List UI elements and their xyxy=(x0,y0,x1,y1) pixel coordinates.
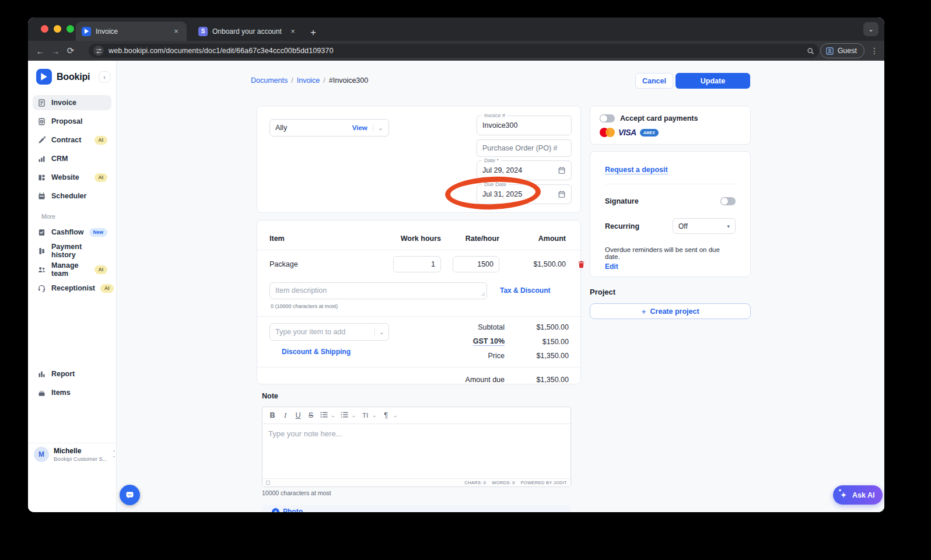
amex-icon: AMEX xyxy=(640,129,659,136)
client-selector[interactable]: Ally View ⌄ xyxy=(270,119,389,136)
po-number-input[interactable] xyxy=(482,144,566,152)
minimize-window-button[interactable] xyxy=(54,25,61,33)
resize-handle-icon[interactable] xyxy=(481,288,485,299)
chevron-down-icon[interactable]: ⌄ xyxy=(373,124,383,132)
strikethrough-icon[interactable]: S xyxy=(304,411,317,419)
calendar-icon[interactable] xyxy=(558,190,566,198)
address-bar[interactable]: web.bookipi.com/documents/doc1/edit/66a6… xyxy=(89,44,819,58)
discount-shipping-link[interactable]: Discount & Shipping xyxy=(282,348,389,356)
user-menu[interactable]: M Michelle Bookipi Customer S... ⌃⌄ xyxy=(34,447,113,462)
bold-icon[interactable]: B xyxy=(266,411,279,419)
ordered-list-icon[interactable] xyxy=(338,411,351,420)
underline-icon[interactable]: U xyxy=(292,411,304,419)
breadcrumb: Documents / Invoice / #Invoice300 xyxy=(251,76,368,85)
breadcrumb-documents-link[interactable]: Documents xyxy=(251,76,288,85)
sidebar-item-manage-team[interactable]: Manage team AI xyxy=(33,262,111,277)
sidebar-item-payment-history[interactable]: Payment history xyxy=(33,243,111,258)
close-tab-icon[interactable]: × xyxy=(288,27,298,36)
user-menu-chevrons-icon[interactable]: ⌃⌄ xyxy=(112,451,116,459)
recurring-value: Off xyxy=(678,222,688,230)
tab-search-chevron-button[interactable]: ⌄ xyxy=(863,22,878,36)
col-work-hours: Work hours xyxy=(393,235,441,243)
reload-button[interactable]: ⟳ xyxy=(63,46,78,56)
invoice-number-field[interactable]: Invoice # xyxy=(477,116,572,135)
client-view-link[interactable]: View xyxy=(352,124,373,131)
sidebar-item-report[interactable]: Report xyxy=(33,366,111,382)
back-button[interactable]: ← xyxy=(33,46,48,56)
ask-ai-button[interactable]: ✦ ✦ Ask AI xyxy=(833,485,883,505)
sidebar-item-receptionist[interactable]: Receptionist AI xyxy=(33,281,111,296)
ai-badge: AI xyxy=(94,173,108,182)
tab-invoice[interactable]: Invoice × xyxy=(76,22,187,41)
browser-menu-icon[interactable]: ⋮ xyxy=(870,46,878,55)
fullscreen-window-button[interactable] xyxy=(66,25,74,33)
editor-grip-icon[interactable] xyxy=(266,481,270,485)
sidebar-collapse-button[interactable]: ‹ xyxy=(99,71,110,83)
chat-bubble-icon xyxy=(125,490,135,500)
add-photo-plus-icon[interactable]: + xyxy=(272,508,279,513)
accept-card-payments-toggle[interactable] xyxy=(600,114,615,123)
italic-icon[interactable]: I xyxy=(279,411,292,420)
chevron-down-icon[interactable]: ⌄ xyxy=(352,412,356,418)
edit-reminders-link[interactable]: Edit xyxy=(605,262,736,271)
create-project-button[interactable]: + Create project xyxy=(590,303,751,319)
invoice-number-input[interactable] xyxy=(482,121,566,130)
add-item-combobox[interactable]: ⌄ xyxy=(270,323,389,341)
due-date-value: Jul 31, 2025 xyxy=(482,190,522,198)
delete-item-trash-icon[interactable] xyxy=(578,260,585,268)
row-amount: $1,500.00 xyxy=(511,260,566,268)
sidebar-item-website[interactable]: Website AI xyxy=(33,170,111,185)
contract-pen-icon xyxy=(37,136,46,145)
chevron-down-icon[interactable]: ⌄ xyxy=(393,412,398,418)
items-table-header: Item Work hours Rate/hour Amount xyxy=(257,220,580,250)
gst-link[interactable]: GST 10% xyxy=(473,337,505,346)
add-item-input[interactable] xyxy=(270,328,374,336)
sidebar-item-label: Receptionist xyxy=(51,284,95,292)
recurring-select[interactable]: Off ▾ xyxy=(673,218,736,234)
work-hours-input[interactable] xyxy=(393,256,441,272)
sidebar-item-items[interactable]: Items xyxy=(33,385,111,400)
request-deposit-link[interactable]: Request a deposit xyxy=(605,166,736,174)
sidebar-item-scheduler[interactable]: Scheduler xyxy=(33,188,111,204)
sidebar-item-contract[interactable]: Contract AI xyxy=(33,132,111,148)
tab-onboard[interactable]: S Onboard your account × xyxy=(192,22,303,41)
breadcrumb-invoice-link[interactable]: Invoice xyxy=(297,76,320,85)
sidebar-item-cashflow[interactable]: Cashflow New xyxy=(33,225,111,240)
new-tab-button[interactable]: + xyxy=(310,27,316,38)
search-icon[interactable] xyxy=(807,47,814,55)
rate-input[interactable] xyxy=(453,256,499,272)
bullet-list-icon[interactable] xyxy=(317,411,330,420)
invoice-options-card: Request a deposit Signature Recurring Of… xyxy=(590,151,751,277)
due-date-field[interactable]: Due Date Jul 31, 2025 xyxy=(477,184,572,204)
plus-icon: + xyxy=(641,307,646,316)
editor-status-bar: CHARS: 0 WORDS: 0 POWERED BY JODIT xyxy=(262,478,570,487)
update-button[interactable]: Update xyxy=(676,73,750,89)
cancel-button[interactable]: Cancel xyxy=(635,73,673,89)
chevron-down-icon[interactable]: ⌄ xyxy=(375,328,388,336)
support-chat-button[interactable] xyxy=(120,485,140,505)
tax-discount-link[interactable]: Tax & Discount xyxy=(500,286,550,302)
chevron-down-icon[interactable]: ⌄ xyxy=(331,412,335,418)
po-number-field[interactable] xyxy=(477,139,572,157)
sidebar-item-crm[interactable]: CRM xyxy=(33,151,111,166)
tab-title: Invoice xyxy=(96,27,167,36)
paragraph-icon[interactable]: ¶ xyxy=(380,411,393,419)
site-settings-icon[interactable] xyxy=(93,46,104,56)
close-tab-icon[interactable]: × xyxy=(172,27,181,36)
font-size-icon[interactable]: TI xyxy=(359,412,372,419)
note-textarea[interactable]: Type your note here... xyxy=(262,424,570,478)
sidebar-item-invoice[interactable]: Invoice xyxy=(33,95,111,110)
item-description-textarea[interactable] xyxy=(270,282,487,299)
chevron-down-icon[interactable]: ⌄ xyxy=(372,412,377,418)
photo-section[interactable]: + Photo xyxy=(262,505,571,512)
breadcrumb-separator: / xyxy=(291,76,293,85)
sidebar-item-proposal[interactable]: Proposal xyxy=(33,114,111,129)
guest-profile-button[interactable]: Guest xyxy=(820,43,864,58)
calendar-icon[interactable] xyxy=(558,166,566,174)
forward-button[interactable]: → xyxy=(48,46,63,56)
sidebar-item-label: Report xyxy=(51,370,75,378)
proposal-icon xyxy=(37,117,46,126)
signature-toggle[interactable] xyxy=(720,197,736,205)
date-field[interactable]: Date * Jul 29, 2024 xyxy=(477,160,572,180)
close-window-button[interactable] xyxy=(41,25,48,33)
